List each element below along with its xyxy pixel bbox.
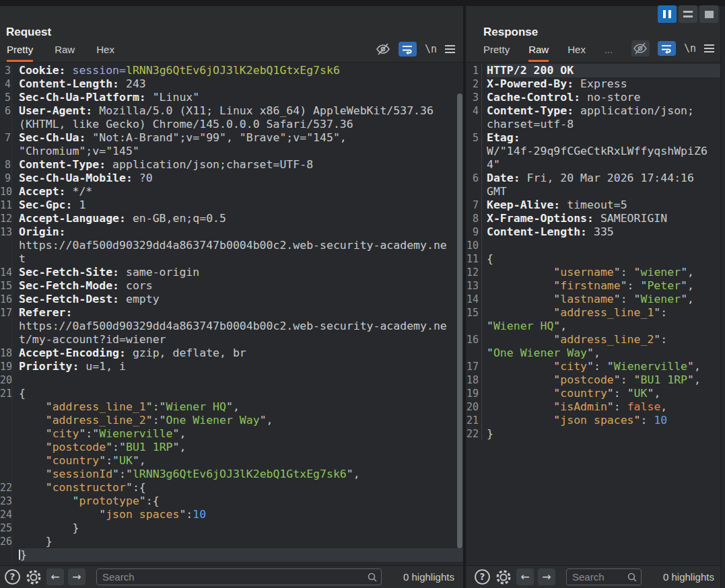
response-panel-title: Response <box>483 26 538 39</box>
search-icon <box>367 572 378 585</box>
hide-eye-icon[interactable] <box>376 42 390 57</box>
line-number <box>0 414 12 427</box>
line-number: 3 <box>0 64 12 77</box>
request-statusbar: ? ← → 0 highlights <box>0 565 463 588</box>
tab-raw[interactable]: Raw <box>55 44 75 62</box>
search-prev-button[interactable]: ← <box>516 568 534 585</box>
line-number <box>0 145 12 158</box>
line-number: 8 <box>0 158 12 172</box>
request-editor[interactable]: 3Cookie: session=lRNN3g6QtEv6jOJ3lK2ebQ1… <box>0 63 463 565</box>
newline-toggle-icon[interactable]: \n <box>684 42 696 54</box>
request-code: 3Cookie: session=lRNN3g6QtEv6jOJ3lK2ebQ1… <box>0 64 463 562</box>
line-number: 23 <box>0 494 12 508</box>
line-number: 1 <box>466 64 482 77</box>
help-icon[interactable]: ? <box>4 568 21 585</box>
code-line: 22 "constructor":{ <box>0 481 463 494</box>
pause-icon <box>663 10 666 18</box>
layout-rows-icon <box>683 11 693 17</box>
hide-eye-icon[interactable] <box>631 40 650 57</box>
line-number: 12 <box>0 212 12 225</box>
layout-rows-button[interactable] <box>679 5 697 23</box>
newline-toggle-icon[interactable]: \n <box>425 43 437 55</box>
word-wrap-icon[interactable] <box>399 42 417 57</box>
code-line: 16Sec-Fetch-Dest: empty <box>0 293 463 306</box>
line-number <box>466 320 482 333</box>
code-line: "sessionId":"lRNN3g6QtEv6jOJ3lK2ebQ1GtxE… <box>0 468 463 481</box>
tab-hex[interactable]: Hex <box>96 44 114 62</box>
message-editor-split: Request PrettyRawHex <box>0 6 725 588</box>
search-prev-button[interactable]: ← <box>46 568 64 585</box>
response-code: 1HTTP/2 200 OK2X-Powered-By: Express3Cac… <box>466 64 725 441</box>
tab-pretty[interactable]: Pretty <box>483 44 510 62</box>
code-line: "city":"Wienerville", <box>0 427 463 441</box>
tab-raw[interactable]: Raw <box>528 44 549 62</box>
line-number: 4 <box>0 77 12 91</box>
editor-menu-icon[interactable] <box>445 43 455 55</box>
line-number: 19 <box>0 360 12 373</box>
code-line: 12 "username": "wiener", <box>466 266 725 279</box>
editor-menu-icon[interactable] <box>704 42 714 54</box>
search-next-button[interactable]: → <box>538 568 555 585</box>
search-next-button[interactable]: → <box>68 568 85 585</box>
line-number: 22 <box>0 481 12 494</box>
settings-gear-icon[interactable] <box>495 568 512 586</box>
pause-button[interactable] <box>658 5 677 23</box>
line-number: 15 <box>0 279 12 293</box>
layout-maximize-button[interactable] <box>699 5 718 23</box>
code-line: 18Accept-Encoding: gzip, deflate, br <box>0 346 463 360</box>
code-line: 19 "country": "UK", <box>466 387 725 400</box>
line-number: 8 <box>466 212 482 225</box>
response-scroll-track[interactable] <box>720 6 725 588</box>
search-icon <box>627 572 637 585</box>
code-line: 26 } <box>0 535 463 548</box>
request-header: Request PrettyRawHex <box>0 6 463 63</box>
response-toolbar: \n <box>631 40 714 57</box>
code-line: "One Wiener Way", <box>466 346 725 360</box>
code-line: 21 "json spaces": 10 <box>466 414 725 427</box>
line-number: 21 <box>0 387 12 400</box>
code-line: 18 "postcode": "BU1 1RP", <box>466 373 725 387</box>
line-number <box>0 468 12 481</box>
search-input[interactable] <box>96 568 382 585</box>
line-number: 25 <box>0 521 12 535</box>
line-number: 11 <box>0 198 12 212</box>
line-number <box>0 400 12 414</box>
code-line: 3Cache-Control: no-store <box>466 91 725 104</box>
settings-gear-icon[interactable] <box>25 568 42 586</box>
tab-more[interactable]: ... <box>605 44 613 62</box>
code-line: 20 <box>0 373 463 387</box>
code-line: 9Sec-Ch-Ua-Mobile: ?0 <box>0 172 463 185</box>
code-line: "Chromium";v="145" <box>0 145 463 158</box>
code-line: "postcode":"BU1 1RP", <box>0 441 463 454</box>
line-number: 3 <box>466 91 482 104</box>
request-scrollbar[interactable] <box>457 94 462 548</box>
code-line: 12Accept-Language: en-GB,en;q=0.5 <box>0 212 463 225</box>
line-number: 14 <box>0 266 12 279</box>
code-line: 16 "address_line_2": <box>466 333 725 346</box>
line-number: 5 <box>466 131 482 145</box>
line-number <box>0 252 12 266</box>
code-line: 17 "city": "Wienerville", <box>466 360 725 373</box>
line-number: 2 <box>466 77 482 91</box>
line-number: 21 <box>466 414 482 427</box>
line-number: 11 <box>466 252 482 266</box>
code-line: 10Accept: */* <box>0 185 463 198</box>
response-panel: Response PrettyRawHex... <box>466 6 725 588</box>
line-number <box>466 118 482 131</box>
response-statusbar: ? ← → 0 highlights <box>466 565 725 588</box>
tab-hex[interactable]: Hex <box>567 44 586 62</box>
line-number: 13 <box>466 279 482 293</box>
line-number <box>0 118 12 131</box>
line-number: 24 <box>0 508 12 521</box>
line-number <box>466 346 482 360</box>
response-editor[interactable]: 1HTTP/2 200 OK2X-Powered-By: Express3Cac… <box>466 63 725 565</box>
code-line: 4Content-Length: 243 <box>0 77 463 91</box>
code-line: 9Content-Length: 335 <box>466 225 725 239</box>
line-number: 6 <box>0 104 12 118</box>
code-line: W/"14f-29q9fCGeCtkRxLWffyqshWpiZ6 <box>466 145 725 158</box>
line-number: 7 <box>0 131 12 145</box>
tab-pretty[interactable]: Pretty <box>7 44 33 62</box>
word-wrap-icon[interactable] <box>658 41 676 56</box>
help-icon[interactable]: ? <box>474 568 491 585</box>
line-number: 20 <box>466 400 482 414</box>
